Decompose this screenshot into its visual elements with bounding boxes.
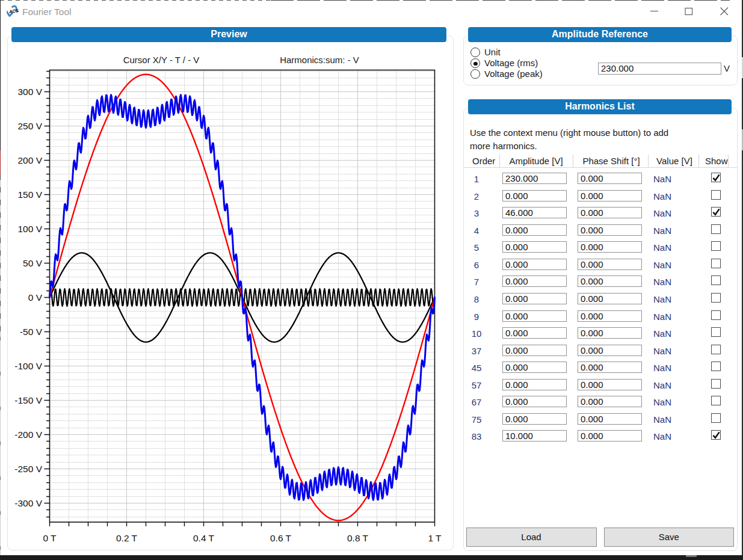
svg-text:0.2 T: 0.2 T [116,533,138,543]
svg-text:0 V: 0 V [28,292,43,303]
svg-text:200 V: 200 V [17,155,42,165]
svg-text:50 V: 50 V [23,258,43,268]
svg-text:-150 V: -150 V [14,395,42,405]
svg-text:150 V: 150 V [17,189,42,200]
svg-text:-50 V: -50 V [20,327,43,337]
svg-text:100 V: 100 V [17,224,42,234]
svg-text:-200 V: -200 V [14,429,42,440]
svg-text:0.6 T: 0.6 T [270,533,292,543]
svg-text:-100 V: -100 V [14,361,42,371]
svg-text:0.8 T: 0.8 T [347,533,369,543]
svg-text:250 V: 250 V [17,121,42,131]
svg-text:300 V: 300 V [17,87,42,97]
svg-text:-250 V: -250 V [14,464,42,474]
svg-text:-300 V: -300 V [14,498,42,508]
svg-text:0.4 T: 0.4 T [193,533,215,543]
svg-text:0 T: 0 T [43,533,57,543]
svg-text:1 T: 1 T [428,533,442,543]
